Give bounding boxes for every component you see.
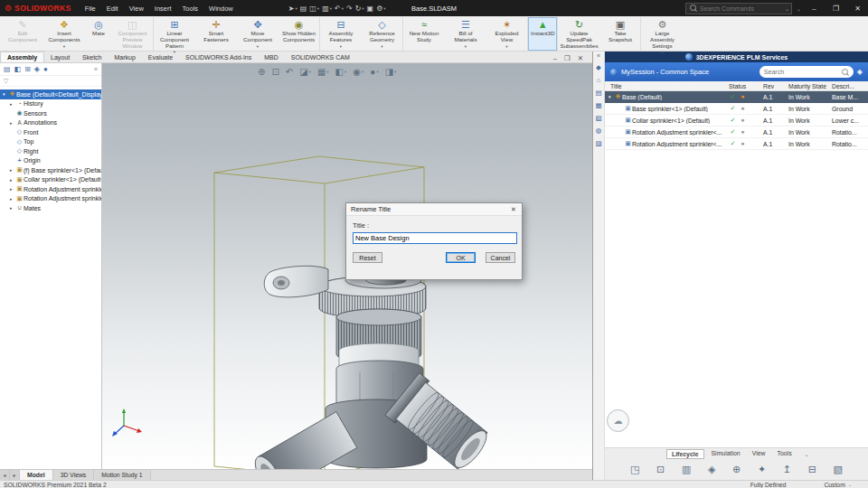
cancel-button[interactable]: Cancel [486,252,515,263]
menu-item[interactable]: Window [203,5,239,13]
command-tab[interactable]: SOLIDWORKS CAM [285,52,356,62]
displaymanager-tab-icon[interactable]: ● [43,65,48,73]
dropdown-arrow-icon[interactable]: ▾ [257,44,259,51]
menu-item[interactable]: Tools [177,5,204,13]
instant3d[interactable]: ▲ Instant3D ▾ [528,17,558,51]
pane-settings-icon[interactable]: ▧ [834,464,843,475]
column-status[interactable]: Status [729,83,763,89]
smart-fasteners[interactable]: ✛ Smart Fasteners ▾ [195,17,237,51]
dropdown-arrow-icon[interactable]: ▾ [63,44,65,51]
menu-item[interactable]: View [124,5,149,13]
menu-item[interactable]: Insert [149,5,177,13]
hide-show-items-icon[interactable]: ◉▾ [353,67,363,77]
dropdown-arrow-icon[interactable]: ▾ [342,6,344,11]
tree-item[interactable]: ▸ Annotations [0,118,101,128]
take-snapshot[interactable]: ▣ Take Snapshot ▾ [599,17,641,51]
tree-item[interactable]: ▸ (f) Base sprinkler<1> (Default<<D [0,165,101,175]
custom-properties-tab-icon[interactable]: ▨ [595,139,601,147]
plm-row[interactable]: Collar sprinkler<1> (Default) A.1 In Wor… [605,115,868,127]
dialog-titlebar[interactable]: Rename Title ✕ [346,203,522,216]
document-minimize-button[interactable]: – [553,54,557,62]
solidworks-resources-tab-icon[interactable]: ⌂ [597,76,601,84]
menu-item[interactable]: File [80,5,101,13]
save-icon[interactable]: ◫▾ [309,5,319,13]
edit-appearance-icon[interactable]: ●▾ [370,67,378,77]
dropdown-arrow-icon[interactable]: ▾ [362,6,363,11]
dropdown-arrow-icon[interactable]: ▾ [376,70,378,74]
model-tab[interactable]: Motion Study 1 [94,470,150,480]
print-icon[interactable]: ▥▾ [322,5,332,13]
dropdown-arrow-icon[interactable]: ▾ [317,6,319,11]
plm-tab[interactable]: Lifecycle [666,449,704,459]
apply-scene-icon[interactable]: ◨▾ [385,67,397,77]
filter-funnel-icon[interactable]: ▽ [4,78,8,85]
plm-tab[interactable]: Tools [773,449,797,459]
dropdown-arrow-icon[interactable]: ▾ [465,44,467,51]
plm-row[interactable]: Rotation Adjustment sprinkler<... A.1 In… [605,138,868,150]
title-input[interactable] [353,232,517,244]
dropdown-arrow-icon[interactable]: ▾ [344,70,346,74]
appearances-tab-icon[interactable]: ◍ [596,127,602,135]
large-assembly-settings[interactable]: ⚙ Large Assembly Settings ▾ [641,17,683,51]
component-update-icon[interactable]: ◳ [630,464,639,475]
minimize-button[interactable]: – [806,0,823,16]
zoom-fit-icon[interactable]: ⊕▾ [258,67,265,77]
command-tab[interactable]: Layout [44,52,76,62]
session-title[interactable]: MySession - Common Space [621,68,709,76]
command-search[interactable]: ⌄ [685,3,792,14]
open-icon[interactable]: ▤▾ [300,5,307,13]
configurationmanager-tab-icon[interactable]: ⊞ [24,65,31,73]
update-speedpak-subassemblies[interactable]: ↻ Update SpeedPak Subassemblies ▾ [558,17,599,51]
document-close-button[interactable]: ✕ [578,54,583,62]
search-chevron-icon[interactable]: ⌄ [785,5,789,12]
explore-icon[interactable]: ⊕ [732,464,741,475]
display-style-icon[interactable]: ◧▾ [335,67,347,77]
compass-icon[interactable] [610,69,618,76]
mate[interactable]: ◎ Mate ▾ [85,17,112,51]
plm-search-input[interactable] [764,69,839,75]
previous-view-icon[interactable]: ↶▾ [286,67,293,77]
component-preview-window[interactable]: ◫ Component Preview Window ▾ [112,17,154,51]
dropdown-arrow-icon[interactable]: ▾ [362,70,363,74]
tree-item[interactable]: Front [0,127,101,137]
command-tab[interactable]: SOLIDWORKS Add-Ins [179,52,258,62]
tree-item[interactable]: Sensors [0,108,101,118]
view-orientation-icon[interactable]: ▦▾ [317,67,329,77]
3dexperience-tab-icon[interactable]: ◆ [596,63,601,71]
view-palette-tab-icon[interactable]: ▧ [595,114,601,122]
tree-item[interactable]: ▸ Collar sprinkler<1> (Default<De [0,175,101,185]
document-restore-button[interactable]: ❐ [564,54,571,62]
tree-item[interactable]: ▸ Mates [0,203,101,213]
ok-button[interactable]: OK [446,252,476,263]
exploded-view[interactable]: ✶ Exploded View ▾ [486,17,528,51]
column-title[interactable]: Title [605,83,729,89]
collapse-pane-icon[interactable]: « [597,52,600,59]
dimxpertmanager-tab-icon[interactable]: ◈ [34,65,40,73]
collaborate-icon[interactable]: ✦ [758,464,766,475]
command-tab[interactable]: Sketch [76,52,108,62]
tag-icon[interactable]: ◈ [857,68,863,76]
dropdown-arrow-icon[interactable]: ▾ [383,6,385,11]
units-dropdown[interactable]: Custom ⌄ [824,482,852,488]
dropdown-arrow-icon[interactable]: ▾ [174,50,175,56]
select-icon[interactable]: ➤▾ [288,5,297,13]
dropdown-arrow-icon[interactable]: ▾ [661,50,663,56]
zoom-area-icon[interactable]: ⊡▾ [271,67,278,77]
dropdown-arrow-icon[interactable]: ▾ [295,6,297,11]
tree-item[interactable]: ▸ History [0,99,101,109]
tree-item[interactable]: ▸ Rotation Adjustment sprinkler<1 [0,184,101,194]
bill-of-materials[interactable]: ☰ Bill of Materials ▾ [445,17,486,51]
column-description[interactable]: Descri... [832,83,868,89]
insert-components[interactable]: ❖ Insert Components ▾ [43,17,85,51]
edit-component[interactable]: ✎ Edit Component ▾ [2,17,43,51]
command-tab[interactable]: Assembly [0,52,44,62]
dropdown-arrow-icon[interactable]: ▾ [340,44,342,51]
plm-search-box[interactable] [760,66,854,78]
reference-geometry[interactable]: ◇ Reference Geometry ▾ [362,17,403,51]
new-motion-study[interactable]: ≈ New Motion Study ▾ [403,17,445,51]
plm-row[interactable]: Rotation Adjustment sprinkler<... A.1 In… [605,127,868,138]
dropdown-arrow-icon[interactable]: ▾ [505,44,507,51]
command-tab[interactable]: Markup [108,52,142,62]
save-to-3dexperience-icon[interactable]: ⊡ [656,464,665,475]
tree-item[interactable]: Right [0,146,101,156]
